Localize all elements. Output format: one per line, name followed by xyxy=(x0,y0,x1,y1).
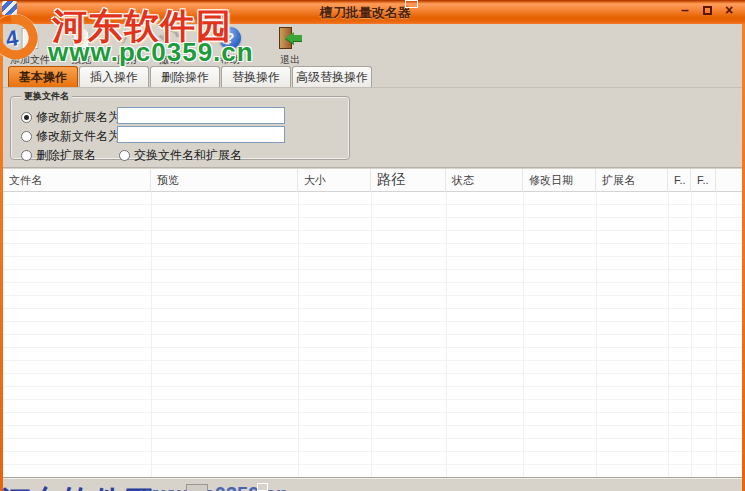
watermark-artifact-box xyxy=(405,0,418,8)
table-gridline xyxy=(668,192,669,478)
tab-advanced-replace-operations[interactable]: 高级替换操作 xyxy=(292,66,372,87)
tab-delete-operations[interactable]: 删除操作 xyxy=(150,66,220,87)
basic-operations-panel: 更换文件名 修改新扩展名为: 修改新文件名为: 删除扩展名 交换文件名和扩展名 xyxy=(3,88,742,168)
minimize-button[interactable]: – xyxy=(677,2,693,19)
table-gridline xyxy=(716,192,717,478)
column-header-f1[interactable]: F.. xyxy=(668,169,691,192)
app-window: 檀刀批量改名器 – × 添加文件 预览 ✓ 应用 ↶ 撤销 ? 帮助 xyxy=(0,0,745,491)
help-button[interactable]: ? 帮助 xyxy=(207,26,253,66)
maximize-button[interactable] xyxy=(699,2,715,19)
groupbox-title: 更换文件名 xyxy=(21,91,72,101)
radio-delete-extension[interactable] xyxy=(21,150,32,161)
table-gridline xyxy=(596,192,597,478)
column-header-f2[interactable]: F.. xyxy=(691,169,716,192)
column-header-preview[interactable]: 预览 xyxy=(151,169,298,192)
radio-label-delete-extension[interactable]: 删除扩展名 xyxy=(36,147,96,164)
window-controls: – × xyxy=(677,2,737,19)
exit-icon xyxy=(267,26,313,52)
column-header-filename[interactable]: 文件名 xyxy=(3,169,151,192)
tab-insert-operations[interactable]: 插入操作 xyxy=(79,66,149,87)
window-border-left xyxy=(0,24,3,491)
undo-icon: ↶ xyxy=(147,26,191,52)
maximize-icon xyxy=(703,6,712,15)
operation-tabs: 基本操作 插入操作 删除操作 替换操作 高级替换操作 xyxy=(3,66,742,88)
table-gridline xyxy=(298,192,299,478)
column-header-extension[interactable]: 扩展名 xyxy=(596,169,668,192)
exit-button[interactable]: 退出 xyxy=(267,26,313,66)
apply-icon: ✓ xyxy=(105,26,149,52)
undo-button[interactable]: ↶ 撤销 xyxy=(147,26,191,66)
close-button[interactable]: × xyxy=(721,2,737,19)
table-gridline xyxy=(371,192,372,478)
new-filename-input[interactable] xyxy=(117,126,285,143)
column-header-modified-date[interactable]: 修改日期 xyxy=(523,169,596,192)
radio-swap-name-extension[interactable] xyxy=(119,150,130,161)
radio-change-extension[interactable] xyxy=(21,112,32,123)
add-file-icon xyxy=(4,26,56,52)
rename-options-groupbox: 更换文件名 修改新扩展名为: 修改新文件名为: 删除扩展名 交换文件名和扩展名 xyxy=(10,96,350,160)
new-extension-input[interactable] xyxy=(117,107,285,124)
column-header-size[interactable]: 大小 xyxy=(298,169,371,192)
table-gridline xyxy=(151,192,152,478)
window-title: 檀刀批量改名器 xyxy=(320,4,411,22)
help-icon: ? xyxy=(207,26,253,52)
status-bar xyxy=(3,478,742,491)
radio-label-swap-name-extension[interactable]: 交换文件名和扩展名 xyxy=(134,147,242,164)
preview-icon xyxy=(59,26,103,52)
apply-button[interactable]: ✓ 应用 xyxy=(105,26,149,66)
radio-label-change-filename[interactable]: 修改新文件名为: xyxy=(36,128,123,145)
table-gridline xyxy=(691,192,692,478)
column-header-filler xyxy=(716,169,742,192)
table-gridline xyxy=(523,192,524,478)
table-gridline xyxy=(446,192,447,478)
column-header-path[interactable]: 路径 xyxy=(371,169,446,192)
column-header-status[interactable]: 状态 xyxy=(446,169,523,192)
file-table-body xyxy=(3,192,742,478)
radio-label-change-extension[interactable]: 修改新扩展名为: xyxy=(36,109,123,126)
file-table-header: 文件名 预览 大小 路径 状态 修改日期 扩展名 F.. F.. xyxy=(3,169,742,192)
tab-replace-operations[interactable]: 替换操作 xyxy=(221,66,291,87)
radio-change-filename[interactable] xyxy=(21,131,32,142)
title-bar: 檀刀批量改名器 – × xyxy=(0,0,745,24)
toolbar: 添加文件 预览 ✓ 应用 ↶ 撤销 ? 帮助 退出 xyxy=(3,24,742,66)
preview-button[interactable]: 预览 xyxy=(59,26,103,66)
tab-basic-operations[interactable]: 基本操作 xyxy=(8,66,78,87)
add-files-button[interactable]: 添加文件 xyxy=(4,26,56,66)
